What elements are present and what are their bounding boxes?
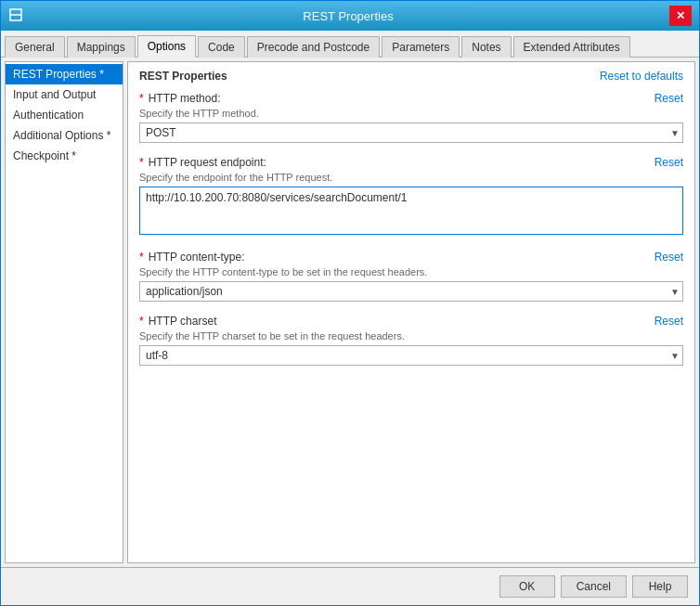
footer: OK Cancel Help [1,567,699,605]
http-charset-required-star: * [139,315,144,328]
http-endpoint-section: * HTTP request endpoint: Reset Specify t… [139,156,683,238]
http-method-select[interactable]: POST GET PUT DELETE PATCH [139,122,683,143]
title-bar-spacer [8,7,27,25]
http-charset-desc: Specify the HTTP charset to be set in th… [139,330,683,342]
http-method-required-star: * [139,92,144,105]
nav-rest-properties[interactable]: REST Properties * [6,64,123,84]
tab-code[interactable]: Code [198,36,245,58]
http-charset-section: * HTTP charset Reset Specify the HTTP ch… [139,315,683,366]
http-endpoint-required-star: * [139,156,144,169]
tab-notes[interactable]: Notes [461,36,511,58]
close-button[interactable]: ✕ [669,6,692,26]
tabs-row: General Mappings Options Code Precode an… [1,31,699,58]
content-header: REST Properties Reset to defaults [139,70,683,83]
http-charset-label-row: * HTTP charset Reset [139,315,683,328]
title-bar: REST Properties ✕ [1,1,699,31]
nav-checkpoint[interactable]: Checkpoint * [6,146,123,166]
http-method-select-wrapper: POST GET PUT DELETE PATCH ▼ [139,122,683,143]
http-method-reset-button[interactable]: Reset [655,92,683,105]
http-charset-select-wrapper: utf-8 utf-16 ISO-8859-1 ASCII ▼ [139,345,683,366]
http-method-label-row: * HTTP method: Reset [139,92,683,105]
http-endpoint-label: HTTP request endpoint: [149,156,266,169]
tab-extended[interactable]: Extended Attributes [513,36,630,58]
http-endpoint-reset-button[interactable]: Reset [655,156,683,169]
http-content-type-required-star: * [139,251,144,264]
left-nav: REST Properties * Input and Output Authe… [5,61,123,563]
http-method-desc: Specify the HTTP method. [139,108,683,119]
http-charset-label: HTTP charset [149,315,217,328]
http-endpoint-label-row: * HTTP request endpoint: Reset [139,156,683,169]
http-content-type-section: * HTTP content-type: Reset Specify the H… [139,251,683,302]
http-charset-select[interactable]: utf-8 utf-16 ISO-8859-1 ASCII [139,345,683,366]
content-area: REST Properties Reset to defaults * HTTP… [127,61,695,563]
http-method-section: * HTTP method: Reset Specify the HTTP me… [139,92,683,143]
http-content-type-select-wrapper: application/json application/xml text/pl… [139,281,683,302]
http-charset-reset-button[interactable]: Reset [655,315,683,328]
tab-parameters[interactable]: Parameters [382,36,460,58]
reset-defaults-button[interactable]: Reset to defaults [600,70,683,83]
main-window: REST Properties ✕ General Mappings Optio… [0,0,700,606]
window-title: REST Properties [27,9,669,23]
http-method-label: HTTP method: [149,92,221,105]
help-button[interactable]: Help [632,575,688,598]
http-content-type-desc: Specify the HTTP content-type to be set … [139,266,683,277]
http-content-type-label: HTTP content-type: [149,251,245,264]
content-title: REST Properties [139,70,227,83]
tab-options[interactable]: Options [137,35,196,58]
http-endpoint-desc: Specify the endpoint for the HTTP reques… [139,172,683,183]
http-content-type-select[interactable]: application/json application/xml text/pl… [139,281,683,302]
http-content-type-label-row: * HTTP content-type: Reset [139,251,683,264]
tab-mappings[interactable]: Mappings [67,36,136,58]
nav-input-output[interactable]: Input and Output [6,84,123,105]
tab-precode[interactable]: Precode and Postcode [247,36,380,58]
nav-additional-options[interactable]: Additional Options * [6,125,123,146]
nav-authentication[interactable]: Authentication [6,105,123,125]
http-endpoint-input[interactable]: http://10.10.200.70:8080/services/search… [139,187,683,235]
cancel-button[interactable]: Cancel [561,575,627,598]
app-icon [8,7,23,22]
http-content-type-reset-button[interactable]: Reset [655,251,683,264]
tab-general[interactable]: General [5,36,65,58]
main-area: REST Properties * Input and Output Authe… [1,58,699,567]
ok-button[interactable]: OK [499,575,555,598]
